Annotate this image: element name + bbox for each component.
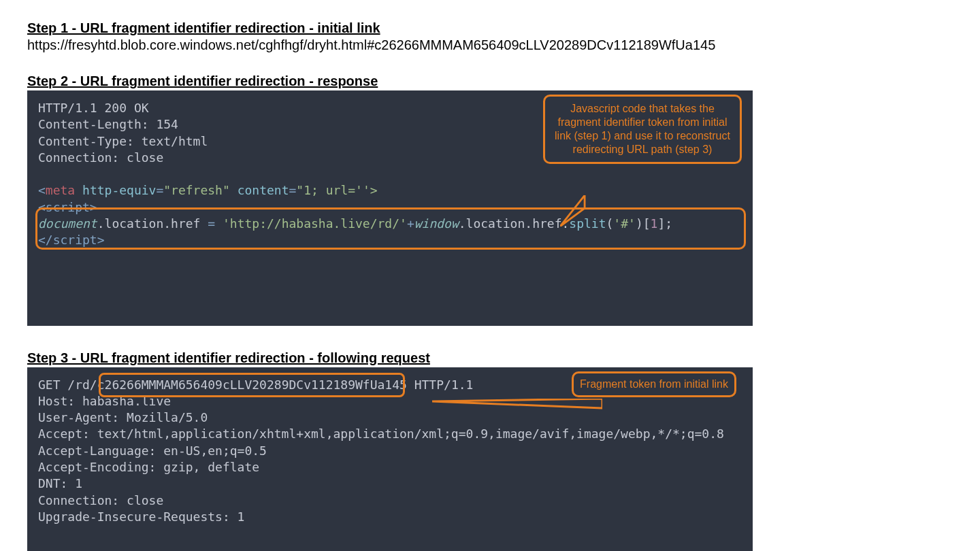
meta-attr2: content xyxy=(238,183,289,197)
accept-header: Accept: text/html,application/xhtml+xml,… xyxy=(38,427,724,441)
one: 1 xyxy=(651,216,658,231)
get-prefix: GET /rd/ xyxy=(38,378,97,392)
step3-title: Step 3 - URL fragment identifier redirec… xyxy=(27,350,953,366)
content-type: Content-Type: text/html xyxy=(38,134,208,148)
split-fn: split xyxy=(569,216,606,231)
meta-eq2: = xyxy=(289,183,297,197)
ua-header: User-Agent: Mozilla/5.0 xyxy=(38,410,208,424)
script-close-tag: </script> xyxy=(38,233,105,247)
str1: 'http://habasha.live/rd/' xyxy=(223,216,407,231)
step3-code-block: GET /rd/c26266MMMAM656409cLLV20289DCv112… xyxy=(27,367,753,551)
callout-step2: Javascript code that takes the fragment … xyxy=(543,95,742,164)
meta-lt: < xyxy=(38,183,46,197)
dnt-header: DNT: 1 xyxy=(38,476,82,490)
meta-attr1: http-equiv xyxy=(82,183,156,197)
callout-step3: Fragment token from initial link xyxy=(572,371,736,397)
meta-val1: "refresh" xyxy=(163,183,230,197)
lpar: ( xyxy=(606,216,614,231)
document-obj: document xyxy=(38,216,97,231)
loc1: .location.href xyxy=(97,216,208,231)
plus: + xyxy=(407,216,414,231)
meta-tag: meta xyxy=(46,183,75,197)
hash-str: '#' xyxy=(613,216,636,231)
http-status: HTTP/1.1 200 OK xyxy=(38,101,149,115)
loc2: .location.href. xyxy=(459,216,570,231)
meta-sp2 xyxy=(230,183,238,197)
end: ]; xyxy=(657,216,672,231)
upgrade-header: Upgrade-Insecure-Requests: 1 xyxy=(38,510,244,524)
get-suffix: HTTP/1.1 xyxy=(407,378,474,392)
conn-header: Connection: close xyxy=(38,493,163,507)
window-obj: window xyxy=(414,216,459,231)
enc-header: Accept-Encoding: gzip, deflate xyxy=(38,460,259,474)
meta-val2: "1; url=''> xyxy=(296,183,377,197)
meta-eq1: = xyxy=(156,183,163,197)
callout2-tail xyxy=(531,179,557,210)
connection-header: Connection: close xyxy=(38,150,163,165)
assign: = xyxy=(208,216,223,231)
step1-title: Step 1 - URL fragment identifier redirec… xyxy=(27,20,953,36)
rpar: )[ xyxy=(636,216,651,231)
lang-header: Accept-Language: en-US,en;q=0.5 xyxy=(38,444,267,458)
script-open-tag: <script> xyxy=(38,200,97,214)
step2-code-block: HTTP/1.1 200 OK Content-Length: 154 Cont… xyxy=(27,90,753,326)
content-length: Content-Length: 154 xyxy=(38,117,178,131)
step2-title: Step 2 - URL fragment identifier redirec… xyxy=(27,73,953,89)
svg-marker-1 xyxy=(432,399,602,408)
meta-sp1 xyxy=(75,183,82,197)
token: c26266MMMAM656409cLLV20289DCv112189WfUa1… xyxy=(97,378,407,392)
step1-url: https://fresyhtd.blob.core.windows.net/c… xyxy=(27,37,953,53)
host-header: Host: habasha.live xyxy=(38,394,171,408)
